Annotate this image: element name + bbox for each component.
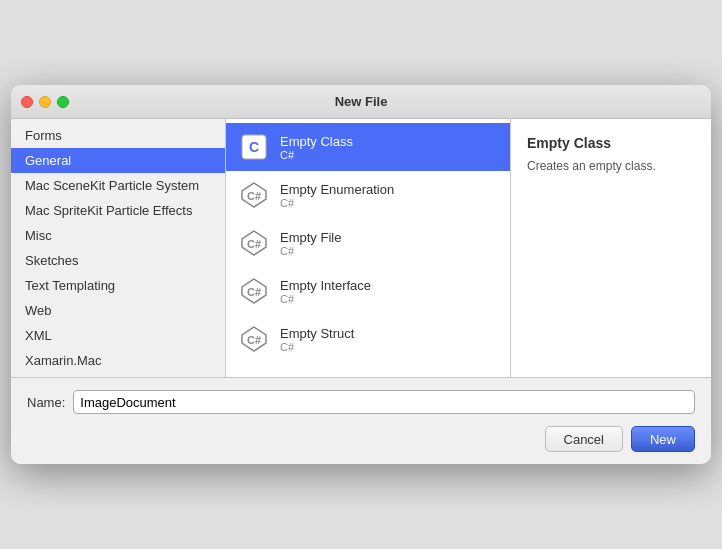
template-sub-empty-interface: C# xyxy=(280,293,371,305)
description-title: Empty Class xyxy=(527,135,695,151)
template-sub-empty-struct: C# xyxy=(280,341,354,353)
sidebar-item-web[interactable]: Web xyxy=(11,298,225,323)
name-label: Name: xyxy=(27,395,65,410)
template-sub-empty-class: C# xyxy=(280,149,353,161)
maximize-button[interactable] xyxy=(57,96,69,108)
content-area: FormsGeneralMac SceneKit Particle System… xyxy=(11,119,711,377)
template-name-empty-file: Empty File xyxy=(280,230,341,245)
template-name-empty-enumeration: Empty Enumeration xyxy=(280,182,394,197)
svg-text:C#: C# xyxy=(247,286,261,298)
new-file-dialog: New File FormsGeneralMac SceneKit Partic… xyxy=(11,85,711,464)
template-name-empty-interface: Empty Interface xyxy=(280,278,371,293)
description-panel: Empty Class Creates an empty class. xyxy=(511,119,711,377)
svg-text:C#: C# xyxy=(247,238,261,250)
cancel-button[interactable]: Cancel xyxy=(545,426,623,452)
button-row: Cancel New xyxy=(27,426,695,452)
template-item-empty-struct[interactable]: C# Empty StructC# xyxy=(226,315,510,363)
minimize-button[interactable] xyxy=(39,96,51,108)
description-text: Creates an empty class. xyxy=(527,157,695,175)
sidebar-item-general[interactable]: General xyxy=(11,148,225,173)
template-sub-empty-enumeration: C# xyxy=(280,197,394,209)
sidebar-item-text-templating[interactable]: Text Templating xyxy=(11,273,225,298)
sidebar: FormsGeneralMac SceneKit Particle System… xyxy=(11,119,226,377)
sidebar-item-xamarin-mac[interactable]: Xamarin.Mac xyxy=(11,348,225,373)
name-input[interactable] xyxy=(73,390,695,414)
sidebar-item-mac-scenekit[interactable]: Mac SceneKit Particle System xyxy=(11,173,225,198)
sidebar-item-mac-spritekit[interactable]: Mac SpriteKit Particle Effects xyxy=(11,198,225,223)
sidebar-item-forms[interactable]: Forms xyxy=(11,123,225,148)
bottom-area: Name: Cancel New xyxy=(11,377,711,464)
title-bar: New File xyxy=(11,85,711,119)
close-button[interactable] xyxy=(21,96,33,108)
svg-text:C: C xyxy=(249,139,259,155)
sidebar-item-xml[interactable]: XML xyxy=(11,323,225,348)
svg-text:C#: C# xyxy=(247,190,261,202)
template-icon-empty-enumeration: C# xyxy=(238,179,270,211)
name-row: Name: xyxy=(27,390,695,414)
template-icon-empty-interface: C# xyxy=(238,275,270,307)
new-button[interactable]: New xyxy=(631,426,695,452)
template-icon-empty-file: C# xyxy=(238,227,270,259)
template-name-empty-class: Empty Class xyxy=(280,134,353,149)
traffic-lights xyxy=(21,96,69,108)
template-name-empty-struct: Empty Struct xyxy=(280,326,354,341)
template-item-empty-interface[interactable]: C# Empty InterfaceC# xyxy=(226,267,510,315)
template-icon-empty-class: C xyxy=(238,131,270,163)
template-item-empty-file[interactable]: C# Empty FileC# xyxy=(226,219,510,267)
sidebar-item-misc[interactable]: Misc xyxy=(11,223,225,248)
template-item-empty-class[interactable]: C Empty ClassC# xyxy=(226,123,510,171)
template-list: C Empty ClassC# C# Empty EnumerationC# C… xyxy=(226,119,511,377)
sidebar-item-sketches[interactable]: Sketches xyxy=(11,248,225,273)
window-title: New File xyxy=(335,94,388,109)
svg-text:C#: C# xyxy=(247,334,261,346)
template-sub-empty-file: C# xyxy=(280,245,341,257)
template-icon-empty-struct: C# xyxy=(238,323,270,355)
template-item-empty-enumeration[interactable]: C# Empty EnumerationC# xyxy=(226,171,510,219)
